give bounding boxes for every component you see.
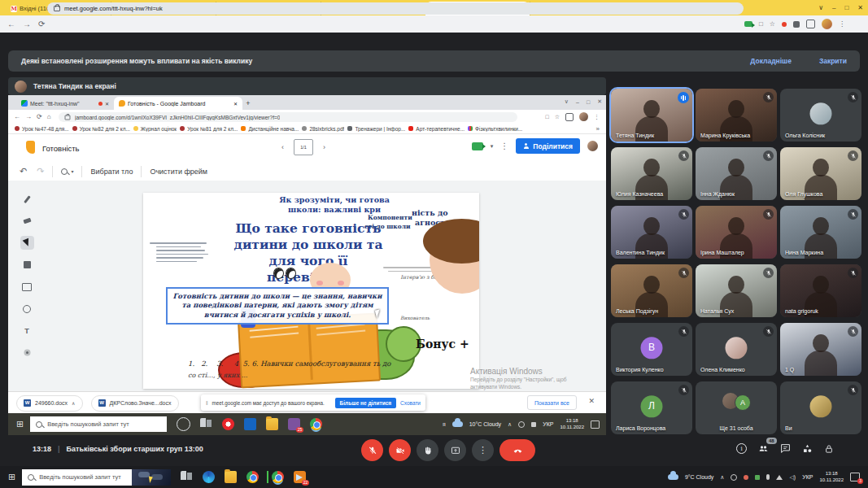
bookmark-item[interactable]: Журнал оцінок bbox=[133, 126, 177, 132]
image-tool-icon[interactable] bbox=[20, 280, 34, 294]
select-tool-icon[interactable] bbox=[20, 236, 34, 250]
participant-tile[interactable]: BВиктория Куленко bbox=[611, 323, 692, 376]
participant-tile[interactable]: Ірина Машталер bbox=[696, 206, 777, 259]
chat-icon[interactable] bbox=[780, 443, 791, 454]
tab-close-icon[interactable]: ✕ bbox=[233, 101, 238, 107]
clock[interactable]: 13:1810.11.2022 bbox=[560, 418, 584, 431]
bookmark-item[interactable]: Урок №81 для 2 кл... bbox=[180, 126, 238, 132]
action-center-icon[interactable]: 3 bbox=[850, 473, 860, 481]
chrome-icon[interactable] bbox=[246, 471, 259, 483]
forward-icon[interactable]: → bbox=[23, 20, 31, 28]
start-button[interactable]: ⊞ bbox=[16, 419, 24, 429]
network-icon[interactable] bbox=[776, 475, 783, 480]
participant-tile[interactable]: Тетяна Тиндик bbox=[611, 89, 692, 142]
bookmark-item[interactable]: 28sixbricks.pdf bbox=[302, 126, 344, 132]
dismiss-link[interactable]: Закрити bbox=[819, 57, 847, 65]
participant-tile[interactable]: Ольга Колісник bbox=[780, 89, 861, 142]
download-file-chip[interactable]: 249660.docx ∧ bbox=[16, 395, 83, 412]
mic-off-button[interactable] bbox=[361, 439, 383, 461]
meet-call-icon[interactable] bbox=[472, 142, 483, 150]
inner-tab-meet[interactable]: Meet: "ttt-hxuq-inw" ✕ bbox=[16, 97, 114, 110]
participant-tile[interactable]: 1 Q bbox=[780, 323, 861, 376]
more-options-icon[interactable]: ⋮ bbox=[500, 142, 508, 150]
background-button[interactable]: Вибрати тло bbox=[90, 168, 133, 176]
meet-caret-icon[interactable]: ▾ bbox=[491, 143, 494, 150]
share-icon[interactable]: □ bbox=[545, 114, 548, 120]
file-explorer-icon[interactable] bbox=[266, 418, 278, 430]
clear-frame-button[interactable]: Очистити фрейм bbox=[150, 168, 207, 176]
app-icon[interactable] bbox=[244, 418, 256, 430]
browser-menu-icon[interactable]: ⋮ bbox=[839, 20, 845, 28]
weather-text[interactable]: 9°C Cloudy bbox=[685, 474, 713, 480]
tray-icon[interactable] bbox=[531, 422, 536, 427]
participant-tile[interactable]: Олена Клименко bbox=[696, 323, 777, 376]
tab-close-icon[interactable]: ✕ bbox=[105, 101, 109, 107]
participant-tile[interactable]: Юлия Казначеева bbox=[611, 147, 692, 200]
zoom-icon[interactable] bbox=[61, 168, 68, 175]
inner-window-menu-icon[interactable]: ∨ bbox=[565, 98, 569, 105]
jamboard-title[interactable]: Готовність bbox=[42, 144, 80, 153]
account-avatar[interactable] bbox=[587, 141, 598, 151]
bookmark-item[interactable]: Урок №47-48 для... bbox=[15, 126, 69, 132]
frame-indicator[interactable]: 1/1 bbox=[294, 139, 313, 155]
camera-permission-icon[interactable] bbox=[744, 21, 752, 27]
shape-tool-icon[interactable] bbox=[20, 302, 34, 316]
text-tool-icon[interactable] bbox=[20, 324, 34, 338]
chip-expand-icon[interactable]: ∧ bbox=[72, 400, 75, 406]
meeting-details-icon[interactable]: i bbox=[736, 443, 747, 454]
undo-icon[interactable]: ↶ bbox=[20, 166, 27, 176]
sticky-tool-icon[interactable] bbox=[20, 258, 34, 272]
recording-extension-icon[interactable] bbox=[782, 22, 787, 27]
next-frame-icon[interactable]: › bbox=[323, 143, 325, 151]
show-all-downloads-button[interactable]: Показати все bbox=[527, 395, 577, 410]
viber-icon[interactable]: 25 bbox=[288, 418, 300, 430]
tray-expand-icon[interactable]: ∧ bbox=[508, 421, 512, 428]
weather-text[interactable]: 10°C Cloudy bbox=[469, 421, 501, 427]
stop-sharing-button[interactable]: Більше не ділитися bbox=[335, 398, 396, 408]
participant-tile[interactable]: Марина Круківська bbox=[696, 89, 777, 142]
inner-minimize-button[interactable]: – bbox=[576, 99, 579, 105]
mic-tray-icon[interactable] bbox=[766, 474, 770, 480]
back-icon[interactable]: ← bbox=[14, 113, 20, 120]
laser-tool-icon[interactable] bbox=[20, 346, 34, 359]
inner-maximize-button[interactable]: □ bbox=[587, 99, 590, 105]
inner-new-tab-button[interactable]: + bbox=[242, 97, 254, 110]
back-icon[interactable]: ← bbox=[7, 20, 15, 28]
eraser-tool-icon[interactable] bbox=[20, 214, 34, 228]
reload-icon[interactable]: ⟳ bbox=[38, 20, 45, 28]
edge-icon[interactable] bbox=[203, 471, 215, 483]
camera-off-button[interactable] bbox=[389, 439, 411, 461]
download-file-chip[interactable]: ДКРСлово.Значе...docx bbox=[91, 395, 179, 412]
language-indicator[interactable]: УКР bbox=[543, 421, 553, 427]
action-center-icon[interactable] bbox=[591, 420, 600, 429]
maximize-button[interactable]: □ bbox=[844, 4, 848, 11]
cortana-icon[interactable] bbox=[177, 417, 190, 431]
browser-menu-icon[interactable]: ⋮ bbox=[594, 114, 600, 120]
bookmarks-overflow-icon[interactable]: » bbox=[596, 125, 600, 133]
side-panel-icon[interactable] bbox=[806, 20, 815, 28]
participant-tile[interactable]: Валентина Тиндик bbox=[611, 206, 692, 259]
bookmark-item[interactable]: Тренажери | Інфор... bbox=[347, 126, 405, 132]
recording-tray-icon[interactable] bbox=[744, 475, 748, 480]
host-controls-icon[interactable] bbox=[824, 444, 834, 454]
more-options-button[interactable]: ⋮ bbox=[472, 439, 494, 461]
learn-more-link[interactable]: Докладніше bbox=[750, 57, 792, 65]
forward-icon[interactable]: → bbox=[25, 113, 32, 120]
bookmark-item[interactable]: Урок №82 для 2 кл... bbox=[72, 126, 130, 132]
participants-icon[interactable]: 48 bbox=[758, 443, 769, 454]
participant-tile[interactable]: nata grigoruk bbox=[780, 264, 861, 317]
close-button[interactable]: ✕ bbox=[857, 4, 863, 11]
inner-close-button[interactable]: ✕ bbox=[597, 98, 602, 105]
hide-button[interactable]: Сховати bbox=[400, 400, 421, 406]
pen-tool-icon[interactable] bbox=[20, 192, 34, 206]
reload-icon[interactable]: ⟳ bbox=[37, 113, 42, 120]
redo-icon[interactable]: ↷ bbox=[37, 166, 44, 176]
participant-tile[interactable]: Леська Подзігун bbox=[611, 264, 692, 317]
file-explorer-icon[interactable] bbox=[225, 471, 237, 483]
downloads-close-icon[interactable]: ✕ bbox=[588, 397, 595, 405]
people-tray-icon[interactable]: я bbox=[443, 421, 446, 427]
language-indicator[interactable]: УКР bbox=[802, 474, 813, 480]
share-button[interactable]: Поділитися bbox=[516, 138, 580, 154]
end-call-button[interactable] bbox=[499, 439, 535, 461]
bookmark-item[interactable]: Дистанційне навча... bbox=[241, 126, 299, 132]
